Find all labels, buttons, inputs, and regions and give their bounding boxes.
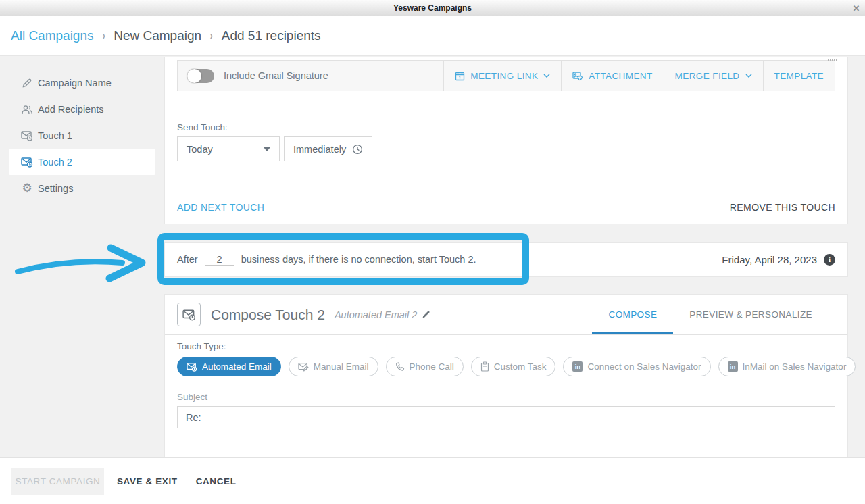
subject-input[interactable] <box>177 406 835 428</box>
chevron-down-icon <box>543 74 550 78</box>
pill-label: Manual Email <box>314 361 369 372</box>
touch1-card: Include Gmail Signature MEETING LINK <box>164 57 848 224</box>
pill-label: Custom Task <box>494 361 547 372</box>
chevron-right-icon: › <box>102 29 105 43</box>
sidebar-item-label: Touch 2 <box>38 157 72 168</box>
touch2-subtitle: Automated Email 2 <box>335 309 418 320</box>
save-exit-button[interactable]: SAVE & EXIT <box>117 476 178 486</box>
touch-type-options: Automated Email Manual Email <box>177 357 835 376</box>
breadcrumb-new-campaign: New Campaign <box>114 28 201 43</box>
calendar-icon <box>455 71 465 81</box>
breadcrumb: All Campaigns › New Campaign › Add 51 re… <box>0 16 865 56</box>
send-time-select[interactable]: Immediately <box>284 136 372 161</box>
send-touch-label: Send Touch: <box>177 122 847 132</box>
template-button[interactable]: TEMPLATE <box>763 61 835 91</box>
sidebar-item-label: Add Recipients <box>38 104 104 115</box>
merge-field-button[interactable]: MERGE FIELD <box>664 61 763 91</box>
content-area: Campaign Name Add Recipients <box>0 56 865 457</box>
touch2-title: Compose Touch 2 <box>211 307 325 323</box>
tab-compose[interactable]: COMPOSE <box>592 295 673 334</box>
pencil-icon <box>21 77 33 89</box>
attachment-button[interactable]: ATTACHMENT <box>561 61 663 91</box>
sidebar-item-campaign-name[interactable]: Campaign Name <box>0 70 164 96</box>
pill-label: Phone Call <box>410 361 454 372</box>
breadcrumb-all-campaigns[interactable]: All Campaigns <box>11 28 94 43</box>
cancel-button[interactable]: CANCEL <box>196 476 237 486</box>
info-icon[interactable]: i <box>824 254 835 266</box>
template-label: TEMPLATE <box>774 71 824 81</box>
gmail-signature-row: Include Gmail Signature <box>178 61 443 91</box>
envelope-pencil-icon <box>298 362 309 372</box>
people-icon <box>21 103 33 116</box>
gmail-signature-toggle[interactable] <box>187 69 214 83</box>
chevron-right-icon: › <box>210 29 213 43</box>
subject-label: Subject <box>177 392 835 402</box>
sidebar-item-label: Touch 1 <box>38 130 72 141</box>
envelope-clock-icon <box>177 303 201 326</box>
gmail-signature-label: Include Gmail Signature <box>224 70 328 81</box>
touch-type-label: Touch Type: <box>177 341 835 351</box>
footer-bar: START CAMPAIGN SAVE & EXIT CANCEL <box>0 457 865 504</box>
sidebar-item-settings[interactable]: ⚙ Settings <box>0 175 164 201</box>
remove-this-touch-button[interactable]: REMOVE THIS TOUCH <box>730 202 835 213</box>
gear-icon: ⚙ <box>21 182 33 195</box>
chevron-down-icon <box>745 74 752 78</box>
meeting-link-button[interactable]: MEETING LINK <box>443 61 561 91</box>
send-date-select[interactable]: Today <box>177 136 280 161</box>
meeting-link-label: MEETING LINK <box>470 71 538 81</box>
toggle-knob <box>187 69 201 83</box>
sidebar-item-add-recipients[interactable]: Add Recipients <box>0 96 164 122</box>
pill-inmail-sales-navigator[interactable]: in InMail on Sales Navigator <box>718 357 856 376</box>
envelope-clock-icon <box>187 362 197 372</box>
phone-icon <box>395 362 405 372</box>
window-titlebar: Yesware Campaigns ✕ <box>0 0 865 16</box>
linkedin-icon: in <box>728 361 738 372</box>
main-column: Include Gmail Signature MEETING LINK <box>164 56 848 457</box>
business-days-input[interactable] <box>205 254 234 266</box>
edit-name-icon[interactable] <box>422 310 430 319</box>
touch2-tabs: COMPOSE PREVIEW & PERSONALIZE <box>592 295 829 334</box>
pill-manual-email[interactable]: Manual Email <box>289 357 378 376</box>
window-title: Yesware Campaigns <box>393 3 472 13</box>
start-date-wrap: Friday, April 28, 2023 i <box>722 254 835 266</box>
sidebar-item-label: Settings <box>38 183 73 194</box>
touch1-card-footer: ADD NEXT TOUCH REMOVE THIS TOUCH <box>165 191 847 224</box>
caret-down-icon <box>264 147 270 151</box>
envelope-clock-icon <box>21 156 33 168</box>
sidebar-item-touch-2[interactable]: Touch 2 <box>9 149 155 175</box>
tab-preview-personalize[interactable]: PREVIEW & PERSONALIZE <box>673 295 829 334</box>
compose-toolbar: Include Gmail Signature MEETING LINK <box>177 60 835 91</box>
touch2-card-body: Touch Type: Automated Email <box>165 341 847 428</box>
send-time-value: Immediately <box>293 144 346 155</box>
attachment-label: ATTACHMENT <box>589 71 652 81</box>
touch2-card-header: Compose Touch 2 Automated Email 2 COMPOS… <box>165 295 847 335</box>
pill-phone-call[interactable]: Phone Call <box>386 357 464 376</box>
envelope-clock-icon <box>21 130 33 142</box>
send-touch-controls: Today Immediately <box>177 136 847 161</box>
sidebar: Campaign Name Add Recipients <box>0 56 164 457</box>
sidebar-item-touch-1[interactable]: Touch 1 <box>0 122 164 149</box>
pill-label: InMail on Sales Navigator <box>743 361 847 372</box>
pill-connect-sales-navigator[interactable]: in Connect on Sales Navigator <box>563 357 710 376</box>
close-icon[interactable]: ✕ <box>847 0 865 16</box>
attachment-icon <box>572 71 583 81</box>
pill-custom-task[interactable]: Custom Task <box>471 357 556 376</box>
clock-icon <box>352 144 363 155</box>
delay-suffix: business days, if there is no connection… <box>241 254 476 265</box>
delay-row-card: After business days, if there is no conn… <box>164 242 848 277</box>
add-next-touch-button[interactable]: ADD NEXT TOUCH <box>177 202 264 213</box>
yesware-campaigns-window: Yesware Campaigns ✕ All Campaigns › New … <box>0 0 865 504</box>
sidebar-item-label: Campaign Name <box>38 78 112 89</box>
pill-automated-email[interactable]: Automated Email <box>177 357 281 376</box>
touch2-start-date: Friday, April 28, 2023 <box>722 254 817 266</box>
touch2-card: Compose Touch 2 Automated Email 2 COMPOS… <box>164 294 848 457</box>
delay-prefix: After <box>177 254 198 265</box>
pill-label: Automated Email <box>202 361 272 372</box>
send-date-value: Today <box>187 144 213 155</box>
start-campaign-button[interactable]: START CAMPAIGN <box>11 468 104 495</box>
clipboard-icon <box>480 361 489 372</box>
merge-field-label: MERGE FIELD <box>675 71 740 81</box>
linkedin-icon: in <box>572 361 583 372</box>
breadcrumb-add-recipients: Add 51 recipients <box>222 28 321 43</box>
scroll-grip-icon <box>826 59 837 61</box>
